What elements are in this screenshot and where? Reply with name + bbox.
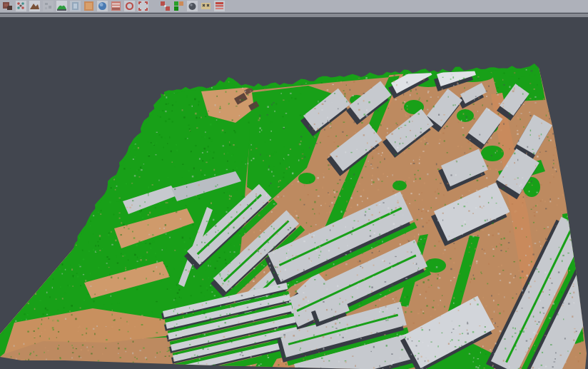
sphere-button[interactable] [97,1,108,11]
scatter-points-icon [16,1,26,11]
striped-square-button[interactable] [111,1,121,11]
classification-colors-icon [173,1,184,11]
mesh-button[interactable] [43,1,54,11]
orange-square-button[interactable] [83,1,94,11]
dark-sphere-button[interactable] [187,1,198,11]
crossed-marks-button[interactable] [201,1,211,11]
corner-brackets-icon [138,1,148,11]
point-cloud-scene[interactable] [0,17,588,369]
scatter-points-button[interactable] [16,1,26,11]
mesh-icon [43,1,54,11]
mountain-icon [29,1,40,11]
red-stripes-button[interactable] [214,1,225,11]
tree-blob [298,173,315,184]
application-window [0,0,588,369]
tree-blob [392,181,407,191]
tree-blob [457,109,474,122]
panel-icon [70,1,81,11]
sphere-icon [97,1,108,11]
tree-blob [481,146,504,161]
dark-sphere-icon [187,1,198,11]
classification-colors-button[interactable] [173,1,184,11]
orange-square-icon [83,1,94,11]
panel-button[interactable] [70,1,81,11]
circle-outline-button[interactable] [124,1,135,11]
corner-brackets-button[interactable] [138,1,148,11]
viewport-3d[interactable] [0,17,588,369]
checker-icon [160,1,171,11]
red-stripes-icon [214,1,225,11]
checker-button[interactable] [160,1,171,11]
main-toolbar [0,0,588,13]
hill-button[interactable] [56,1,67,11]
circle-outline-icon [124,1,135,11]
mountain-button[interactable] [29,1,40,11]
cubes-icon [2,1,13,11]
cubes-button[interactable] [2,1,13,11]
hill-icon [56,1,67,11]
striped-square-icon [111,1,121,11]
crossed-marks-icon [201,1,211,11]
